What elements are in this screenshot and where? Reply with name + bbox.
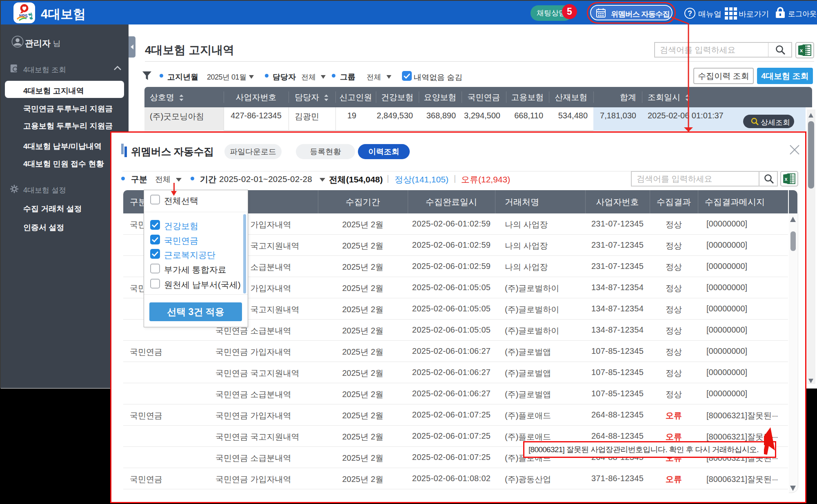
svg-text:x: x: [785, 176, 788, 182]
svg-text:x: x: [800, 47, 803, 53]
